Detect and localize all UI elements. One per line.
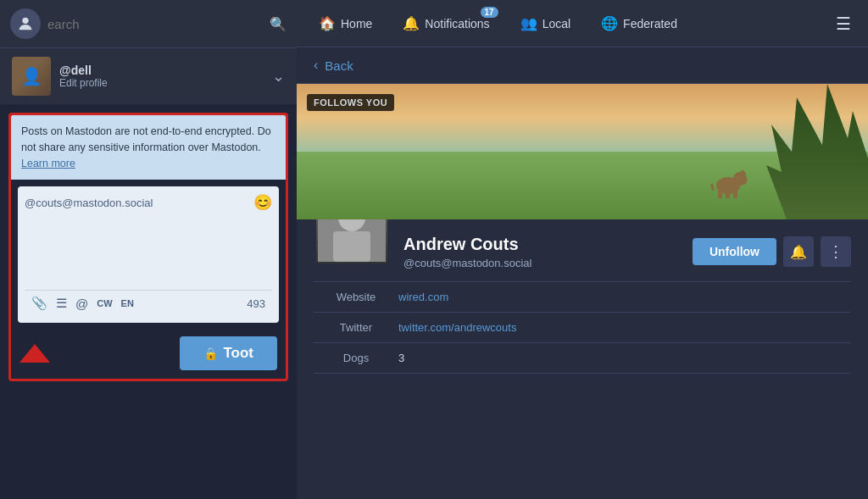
nav-local-label: Local (542, 17, 570, 30)
compose-box: @couts@mastodon.social 😊 📎 ☰ @ CW EN 493 (18, 186, 279, 323)
learn-more-link[interactable]: Learn more (21, 158, 75, 169)
search-input[interactable] (47, 17, 263, 31)
unfollow-button[interactable]: Unfollow (693, 238, 776, 265)
toot-label: Toot (223, 345, 253, 362)
warning-banner: Posts on Mastodon are not end-to-end enc… (11, 115, 286, 180)
profile-content: FOLLOWS YOU (297, 84, 868, 499)
lock-icon: 🔒 (203, 347, 218, 360)
notifications-badge: 17 (481, 7, 498, 18)
list-icon[interactable]: ☰ (56, 296, 67, 311)
arrow-up-indicator (19, 344, 50, 363)
field-dogs-value: 3 (398, 352, 404, 364)
profile-row: Andrew Couts @couts@mastodon.social Unfo… (314, 219, 851, 269)
top-nav: 🏠 Home 🔔 Notifications 17 👥 Local 🌐 Fede… (297, 0, 868, 47)
user-bar: 👤 @dell Edit profile ⌄ (0, 47, 297, 104)
hamburger-menu[interactable]: ☰ (826, 14, 861, 34)
avatar: 👤 (12, 57, 51, 96)
svg-rect-3 (718, 191, 722, 198)
compose-toolbar: 📎 ☰ @ CW EN 493 (25, 290, 272, 316)
user-icon-wrap (10, 8, 41, 39)
en-button[interactable]: EN (121, 298, 134, 308)
nav-local[interactable]: 👥 Local (505, 0, 586, 47)
globe-icon: 🌐 (601, 15, 618, 31)
field-twitter: Twitter twitter.com/andrewcouts (314, 313, 851, 343)
compose-header: @couts@mastodon.social 😊 (25, 193, 272, 212)
profile-main: Andrew Couts @couts@mastodon.social Unfo… (297, 219, 868, 391)
compose-area: Posts on Mastodon are not end-to-end enc… (8, 113, 288, 381)
char-count: 493 (247, 297, 265, 310)
attach-icon[interactable]: 📎 (31, 296, 47, 311)
back-label[interactable]: Back (325, 58, 353, 73)
field-twitter-value[interactable]: twitter.com/andrewcouts (398, 321, 516, 334)
search-bar: 🔍 (0, 0, 297, 47)
profile-acct: @couts@mastodon.social (403, 257, 679, 269)
compose-textarea[interactable] (25, 215, 272, 283)
field-website-label: Website (314, 291, 398, 303)
svg-rect-7 (710, 184, 715, 191)
profile-display-name: Andrew Couts (403, 235, 679, 254)
field-website-value[interactable]: wired.com (398, 291, 448, 303)
field-dogs: Dogs 3 (314, 343, 851, 374)
nav-home-label: Home (341, 17, 372, 30)
home-icon: 🏠 (319, 15, 336, 31)
emoji-button[interactable]: 😊 (253, 193, 272, 212)
svg-rect-11 (333, 231, 370, 262)
nav-notifications[interactable]: 🔔 Notifications 17 (387, 0, 504, 47)
local-icon: 👥 (520, 15, 537, 31)
field-dogs-label: Dogs (314, 352, 398, 364)
svg-rect-4 (726, 192, 730, 198)
profile-banner: FOLLOWS YOU (297, 84, 868, 219)
cw-button[interactable]: CW (97, 298, 112, 308)
svg-point-0 (22, 18, 28, 24)
banner-dog-icon (703, 160, 749, 198)
mention-icon[interactable]: @ (75, 297, 88, 311)
svg-rect-5 (733, 191, 737, 198)
user-handle: @dell (59, 64, 264, 77)
back-bar: ‹ Back (297, 47, 868, 84)
profile-fields: Website wired.com Twitter twitter.com/an… (314, 281, 851, 374)
chevron-down-icon[interactable]: ⌄ (272, 67, 285, 86)
nav-federated-label: Federated (623, 17, 677, 30)
sidebar: 🔍 👤 @dell Edit profile ⌄ Posts on Mastod… (0, 0, 297, 499)
more-options-button[interactable]: ⋮ (821, 236, 851, 267)
warning-text: Posts on Mastodon are not end-to-end enc… (21, 125, 271, 153)
profile-name-area: Andrew Couts @couts@mastodon.social (403, 228, 679, 269)
compose-handle: @couts@mastodon.social (25, 197, 153, 209)
compose-bottom: 🔒 Toot (11, 330, 286, 379)
nav-home[interactable]: 🏠 Home (303, 0, 387, 47)
toot-button[interactable]: 🔒 Toot (180, 336, 277, 370)
red-arrow-icon (19, 344, 50, 363)
nav-notifications-label: Notifications (425, 17, 489, 30)
nav-federated[interactable]: 🌐 Federated (586, 0, 693, 47)
avatar-image: 👤 (12, 57, 51, 96)
main-panel: 🏠 Home 🔔 Notifications 17 👥 Local 🌐 Fede… (297, 0, 868, 499)
back-chevron-icon: ‹ (314, 58, 318, 73)
user-info: @dell Edit profile (59, 64, 264, 89)
field-website: Website wired.com (314, 282, 851, 313)
follows-you-badge: FOLLOWS YOU (307, 94, 394, 111)
search-magnifier-icon: 🔍 (270, 16, 287, 32)
user-icon (16, 14, 35, 33)
profile-actions: Unfollow 🔔 ⋮ (693, 228, 851, 267)
field-twitter-label: Twitter (314, 321, 398, 334)
bell-icon: 🔔 (403, 15, 420, 31)
edit-profile-link[interactable]: Edit profile (59, 77, 264, 89)
notification-bell-button[interactable]: 🔔 (783, 236, 814, 267)
